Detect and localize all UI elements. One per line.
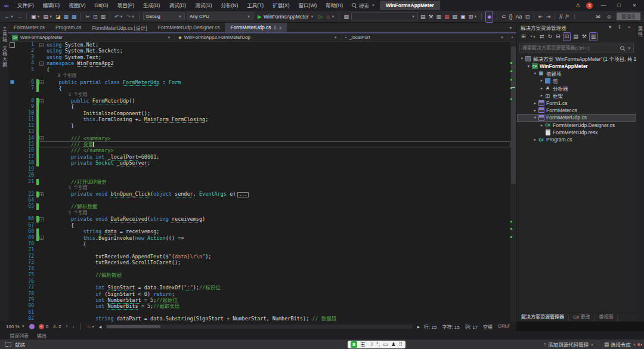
tree-item[interactable]: ▸FormMeter.cs: [517, 107, 636, 114]
expander-icon[interactable]: ▾: [532, 115, 538, 120]
menu-item[interactable]: 项目(P): [113, 0, 138, 11]
code-line[interactable]: 15 /// 变量: [8, 141, 510, 147]
dock-tab-文档大纲[interactable]: 文档大纲: [1, 46, 8, 67]
warning-count[interactable]: ⚠ 2: [52, 324, 61, 329]
code-line[interactable]: 72 txtReceived.AppendText($"{data}\r\n")…: [8, 254, 510, 260]
code-line[interactable]: 6− public partial class FormMeterUdp : F…: [8, 79, 510, 85]
collapsed-region-box[interactable]: ...: [237, 192, 249, 197]
code-line[interactable]: 77 int SignStart = data.IndexOf(":");//标…: [8, 285, 510, 291]
overflow-icon[interactable]: ⋮: [571, 11, 578, 22]
panel-tab[interactable]: Git 更改: [569, 313, 595, 322]
properties-icon[interactable]: ⚒: [581, 33, 588, 41]
code-line[interactable]: 20: [8, 172, 510, 178]
menu-item[interactable]: 扩展(X): [268, 0, 293, 11]
code-line[interactable]: 4−namespace WinFormsApp2: [8, 60, 510, 66]
notification-warning-icon[interactable]: ⚠: [575, 2, 580, 8]
save-all-icon[interactable]: ▩: [71, 11, 78, 22]
menu-item[interactable]: 生成(B): [139, 0, 164, 11]
menu-item[interactable]: 调试(D): [165, 0, 190, 11]
code-line[interactable]: 5{: [8, 67, 510, 73]
document-tab[interactable]: FormMeterUdp.cs↧×: [225, 23, 287, 32]
code-line[interactable]: 16 /// </summary>: [8, 147, 510, 153]
start-debugging-button[interactable]: ▶ WinFormsAppMeter ▼: [255, 14, 316, 20]
pending-changes-filter-icon[interactable]: ◔▼: [528, 33, 537, 41]
menu-item[interactable]: 视图(V): [64, 0, 89, 11]
ime-moon-icon[interactable]: ☽: [369, 341, 373, 347]
tree-item[interactable]: ▾FormMeterUdp.cs: [517, 114, 636, 121]
ime-wubi-icon[interactable]: 五: [360, 341, 366, 348]
find-symbol-icon[interactable]: ▧: [343, 14, 349, 20]
tree-item[interactable]: ▸◫框架: [517, 92, 636, 99]
expander-icon[interactable]: ▸: [539, 93, 544, 98]
add-to-source-control-button[interactable]: ↑ 添加到源代码管理 ▲: [544, 341, 594, 348]
fold-marker[interactable]: −: [39, 80, 44, 84]
horizontal-scrollbar[interactable]: [106, 325, 413, 329]
document-tab[interactable]: FormMeterUdp.cs [设计]: [86, 23, 152, 32]
expander-icon[interactable]: ▸: [539, 78, 544, 83]
code-line[interactable]: 14− /// <summary>: [8, 135, 510, 141]
zoom-level-dropdown[interactable]: 100 %▼: [6, 324, 25, 329]
code-line[interactable]: 17 private int _localPort=60001;: [8, 154, 510, 160]
open-file-icon[interactable]: ◪: [55, 11, 61, 22]
close-icon[interactable]: ×: [279, 26, 281, 30]
code-line[interactable]: 22+ private void btnOpen_Click(object se…: [8, 192, 510, 197]
find-in-files-icon[interactable]: ▥: [436, 11, 442, 22]
code-line[interactable]: 68 string data = receivemsg;: [8, 228, 510, 234]
prev-issue-icon[interactable]: ↑: [66, 324, 68, 329]
scope-to-this-icon[interactable]: ⊡: [563, 32, 571, 41]
code-line[interactable]: 19: [8, 166, 510, 172]
ime-toolbox-icon[interactable]: ⠿: [399, 341, 403, 347]
expander-icon[interactable]: ▾: [526, 64, 531, 69]
code-line[interactable]: 79 int NumberStart = 5;//起始位: [8, 297, 510, 303]
line-indicator[interactable]: 行: 15: [424, 323, 436, 330]
code-line[interactable]: 81: [8, 310, 510, 316]
expander-icon[interactable]: ▸: [532, 108, 538, 113]
tree-item[interactable]: ▸A分析器: [517, 85, 636, 92]
spaces-indicator[interactable]: 空格: [483, 323, 493, 330]
expander-icon[interactable]: ▸: [532, 101, 538, 106]
tree-item[interactable]: FormMeterUdp.resx: [517, 129, 636, 136]
feedback-smiley-icon[interactable]: ☺: [606, 11, 612, 22]
menu-item[interactable]: 测试(S): [191, 0, 216, 11]
scroll-right-icon[interactable]: ▶: [417, 325, 420, 329]
suggestion-margin-icon[interactable]: [10, 42, 15, 48]
code-line[interactable]: 21 //打开UDP服务: [8, 179, 510, 185]
code-line[interactable]: 78 if (SignStart < 0) return;: [8, 291, 510, 297]
fold-marker[interactable]: −: [39, 217, 44, 221]
menu-item[interactable]: 帮助(H): [321, 0, 347, 11]
error-count[interactable]: × 0: [39, 324, 48, 329]
code-line[interactable]: 82 string dataPart = data.Substring(Sign…: [8, 316, 510, 322]
breadcrumb-project[interactable]: C#WinFormsAppMeter▼: [8, 33, 175, 41]
code-editor[interactable]: 1−using System.Net;2using System.Net.Soc…: [8, 42, 516, 322]
code-line[interactable]: 1−using System.Net;: [8, 42, 510, 48]
fold-marker[interactable]: −: [39, 61, 44, 66]
character-indicator[interactable]: 字符: 15: [442, 323, 459, 330]
code-line[interactable]: 8− public FormMeterUdp(): [8, 98, 510, 104]
indent-decrease-icon[interactable]: ⇤: [538, 11, 544, 22]
dock-tab-工具箱[interactable]: 工具箱: [1, 26, 8, 42]
codelens-references[interactable]: 1 个引用: [44, 210, 87, 216]
glyph-margin[interactable]: [8, 80, 16, 84]
test-explorer-icon[interactable]: ▧: [452, 11, 459, 22]
menu-item[interactable]: 分析(N): [217, 0, 243, 11]
document-tab[interactable]: FormMeter.cs: [8, 23, 50, 32]
expander-icon[interactable]: ▸: [539, 123, 544, 128]
pin-icon[interactable]: ↧: [273, 25, 277, 30]
tree-item[interactable]: ▾解决方案 'WinFormsAppMeter' (1 个项目, 共 1 个): [517, 55, 636, 62]
tree-item[interactable]: ▸包: [517, 77, 636, 84]
tree-item[interactable]: ▸C#Program.cs: [517, 136, 636, 143]
code-line[interactable]: 64: [8, 197, 510, 203]
platform-dropdown[interactable]: Any CPU▼: [187, 13, 253, 20]
new-file-icon[interactable]: ▤▼: [42, 11, 52, 22]
navigate-back-icon[interactable]: ←▼: [4, 11, 14, 22]
hot-reload-icon[interactable]: ♨▼: [325, 14, 335, 20]
pin-icon[interactable]: ↧: [616, 24, 623, 30]
word-wrap-icon[interactable]: ⊟: [525, 11, 531, 22]
tree-item[interactable]: ▸C#FormMeterUdp.Designer.cs: [517, 122, 636, 129]
glyph-margin[interactable]: [8, 42, 16, 48]
redo-icon[interactable]: ↷▼: [126, 11, 136, 22]
breadcrumb-class[interactable]: ◆WinFormsApp2.FormMeterUdp▼: [175, 33, 341, 41]
inheritance-margin-icon[interactable]: [10, 80, 14, 84]
sync-with-active-document-icon[interactable]: ⇄: [538, 33, 546, 41]
fold-marker[interactable]: +: [39, 192, 44, 196]
